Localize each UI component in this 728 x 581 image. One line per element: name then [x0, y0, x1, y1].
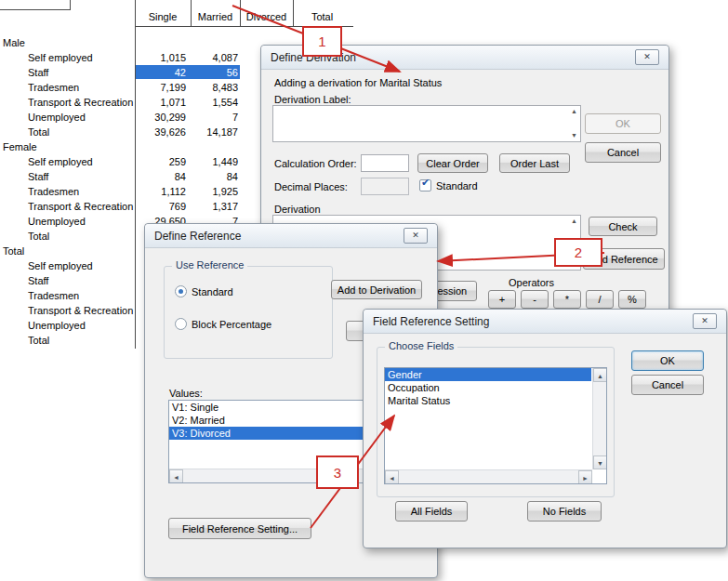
scroll-down-icon[interactable]: ▼: [571, 132, 577, 139]
order-last-button[interactable]: Order Last: [499, 153, 570, 173]
row-label: Staff: [28, 275, 48, 286]
all-fields-button[interactable]: All Fields: [395, 501, 468, 522]
row-label: Tradesmen: [28, 290, 79, 301]
decimal-places-input: [361, 178, 409, 195]
cell-single: 259: [136, 154, 186, 169]
cell-married: 1,317: [191, 199, 238, 214]
cell-married: 7: [191, 110, 238, 125]
derivation-label-input[interactable]: ▲ ▼: [272, 105, 581, 142]
block-percentage-radio[interactable]: [175, 318, 187, 330]
row-label: Total: [28, 231, 49, 242]
cell-married: 4,087: [191, 50, 238, 65]
derivation-section-caption: Derivation: [274, 204, 321, 215]
dialog-title: Define Reference: [154, 230, 241, 243]
scroll-right-icon[interactable]: ►: [578, 470, 592, 484]
operator-button[interactable]: /: [586, 290, 614, 309]
scroll-up-icon[interactable]: ▲: [593, 368, 607, 382]
derivation-label-caption: Derivation Label:: [274, 94, 351, 105]
horizontal-scrollbar[interactable]: ◄ ►: [385, 469, 592, 483]
add-to-derivation-button[interactable]: Add to Derivation: [331, 280, 422, 299]
calculation-order-input[interactable]: [361, 154, 409, 172]
operator-button[interactable]: %: [618, 290, 646, 309]
callout-3: 3: [316, 456, 359, 489]
row-label: Unemployed: [28, 320, 86, 331]
row-label: Transport & Recreation: [28, 97, 133, 108]
column-header[interactable]: Divorced: [240, 11, 293, 22]
row-label: Unemployed: [28, 112, 86, 123]
scroll-down-icon[interactable]: ▼: [593, 456, 607, 469]
intro-text: Adding a derivation for Marital Status: [274, 77, 442, 88]
fields-listbox[interactable]: GenderOccupationMarital Status ▲ ▼ ◄ ►: [384, 367, 607, 484]
cancel-button[interactable]: Cancel: [631, 375, 704, 395]
vertical-scrollbar[interactable]: ▲ ▼: [592, 368, 606, 469]
row-label: Tradesmen: [28, 186, 79, 197]
standard-radio[interactable]: [175, 285, 187, 297]
grid-line: [70, 0, 71, 10]
standard-radio-label: Standard: [192, 286, 233, 297]
clear-order-button[interactable]: Clear Order: [417, 153, 488, 173]
values-caption: Values:: [169, 388, 203, 399]
row-label: Self employed: [28, 156, 93, 167]
row-label: Total: [28, 126, 49, 138]
cancel-button[interactable]: Cancel: [585, 142, 661, 163]
cell-single: 7,199: [136, 80, 186, 95]
fields-list-item[interactable]: Gender: [385, 368, 591, 381]
field-reference-setting-dialog: Field Reference Setting ✕ Choose Fields …: [363, 309, 727, 548]
operator-button[interactable]: -: [521, 290, 549, 309]
column-header[interactable]: Married: [191, 11, 240, 22]
operators-caption: Operators: [509, 277, 554, 288]
dialog-titlebar[interactable]: Field Reference Setting ✕: [364, 310, 726, 334]
row-label: Self employed: [28, 260, 93, 271]
cell-married: 56: [191, 65, 238, 80]
calculation-order-caption: Calculation Order:: [274, 158, 357, 169]
ok-button[interactable]: OK: [585, 113, 661, 134]
fields-list: GenderOccupationMarital Status: [385, 368, 591, 407]
ok-button[interactable]: OK: [631, 350, 704, 371]
row-label: Staff: [28, 171, 48, 182]
cell-married: 1,554: [191, 95, 238, 110]
block-percentage-radio-label: Block Percentage: [192, 319, 271, 330]
column-header[interactable]: Total: [293, 11, 351, 22]
cell-single: 1,112: [136, 184, 186, 199]
cell-single: 1,015: [136, 50, 186, 65]
close-icon[interactable]: ✕: [404, 228, 428, 244]
row-label: Staff: [28, 67, 48, 78]
fields-list-item[interactable]: Occupation: [385, 381, 591, 394]
cell-single: 39,626: [136, 125, 186, 139]
standard-checkbox-label: Standard: [436, 180, 478, 191]
cell-single: 1,071: [136, 95, 186, 110]
operator-button[interactable]: +: [488, 290, 516, 309]
operators-row: +-*/%: [488, 290, 651, 309]
use-reference-group: Use Reference: [164, 266, 333, 359]
row-label: Total: [28, 335, 49, 346]
standard-checkbox[interactable]: ✔: [419, 179, 431, 191]
scroll-left-icon[interactable]: ◄: [169, 469, 183, 483]
scroll-up-icon[interactable]: ▲: [571, 218, 577, 225]
no-fields-button[interactable]: No Fields: [527, 501, 602, 522]
cell-single: 30,299: [136, 110, 186, 125]
operator-button[interactable]: *: [553, 290, 581, 309]
close-icon[interactable]: ✕: [635, 49, 659, 65]
check-icon: ✔: [421, 177, 430, 189]
scroll-left-icon[interactable]: ◄: [385, 470, 399, 484]
dialog-titlebar[interactable]: Define Reference ✕: [145, 224, 437, 248]
row-label: Transport & Recreation: [28, 305, 133, 316]
use-reference-caption: Use Reference: [172, 259, 247, 271]
choose-fields-caption: Choose Fields: [385, 340, 457, 351]
cell-married: 14,187: [191, 125, 238, 139]
decimal-places-caption: Decimal Places:: [274, 181, 348, 192]
scroll-up-icon[interactable]: ▲: [571, 108, 577, 115]
field-reference-setting-button[interactable]: Field Reference Setting...: [168, 518, 311, 539]
cell-single: 769: [136, 199, 186, 214]
row-label: Self employed: [28, 52, 93, 63]
check-button[interactable]: Check: [589, 217, 657, 236]
cell-married: 1,925: [191, 184, 238, 199]
cell-married: 8,483: [191, 80, 238, 95]
cell-married: 84: [191, 169, 238, 184]
callout-1: 1: [302, 26, 342, 57]
application-window: SingleMarriedDivorcedTotal MaleSelf empl…: [0, 0, 728, 581]
row-label: Unemployed: [28, 216, 86, 227]
close-icon[interactable]: ✕: [693, 313, 717, 329]
column-header[interactable]: Single: [135, 11, 191, 22]
fields-list-item[interactable]: Marital Status: [385, 394, 591, 407]
